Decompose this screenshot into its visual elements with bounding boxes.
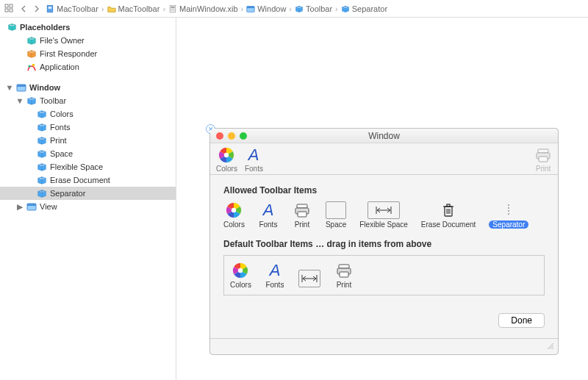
toolbar-item-print[interactable]: Print (534, 146, 552, 173)
default-item-colors[interactable]: Colors (230, 262, 251, 289)
item-label: Colors (230, 281, 251, 289)
item-label: Flexible Space (359, 221, 408, 229)
outline-item-fonts[interactable]: Fonts (0, 121, 176, 134)
chevron-right-icon: › (289, 4, 292, 13)
font-icon (245, 146, 262, 164)
outline-item-colors[interactable]: Colors (0, 107, 176, 121)
toolbar-item-label: Print (536, 165, 551, 173)
node-label: Erase Document (50, 176, 110, 184)
traffic-minimize-icon[interactable] (228, 132, 235, 140)
item-label: Colors (223, 221, 245, 229)
svg-rect-31 (10, 9, 12, 12)
node-label: Colors (50, 110, 74, 118)
related-items-icon[interactable] (4, 4, 15, 14)
svg-rect-28 (5, 4, 8, 7)
default-items-row[interactable]: Colors Fonts Print (223, 255, 545, 295)
crumb-folder[interactable]: MacToolbar (107, 4, 160, 13)
crumb-project[interactable]: MacToolbar (46, 4, 98, 13)
item-label: Space (326, 221, 346, 229)
toolbar-item-fonts[interactable]: Fonts (245, 146, 263, 173)
outline-window[interactable]: ▼Window (0, 81, 176, 94)
item-label: Erase Document (421, 221, 476, 229)
crumb-xib[interactable]: MainWindow.xib (168, 4, 237, 13)
traffic-close-icon[interactable] (216, 132, 223, 140)
space-icon (326, 201, 346, 219)
toolbar-item-label: Colors (216, 165, 237, 173)
done-button[interactable]: Done (498, 313, 545, 328)
nav-forward-button[interactable] (31, 3, 43, 15)
toolbar-item-label: Fonts (245, 165, 263, 173)
allowed-item-print[interactable]: Print (292, 201, 312, 229)
node-label: Toolbar (40, 96, 66, 105)
font-icon (266, 262, 284, 279)
window-footer (210, 338, 558, 354)
preview-window[interactable]: ✕ Window Colors Fonts (209, 128, 559, 355)
printer-icon (293, 201, 311, 219)
svg-rect-29 (10, 4, 12, 7)
resize-grip-icon[interactable] (546, 342, 555, 351)
outline-toolbar[interactable]: ▼Toolbar (0, 94, 176, 107)
allowed-item-fonts[interactable]: Fonts (258, 201, 279, 229)
colorwheel-icon (218, 146, 235, 164)
item-label: Fonts (259, 221, 277, 229)
trash-icon (440, 201, 457, 219)
item-label: Print (337, 281, 352, 289)
chevron-right-icon: › (162, 4, 165, 13)
outline-application[interactable]: Application (0, 60, 176, 74)
nav-back-button[interactable] (18, 3, 29, 15)
node-label: Window (29, 83, 60, 92)
chevron-right-icon: › (335, 4, 338, 13)
outline-view[interactable]: ▶View (0, 200, 176, 213)
allowed-item-erase-document[interactable]: Erase Document (421, 201, 476, 229)
toolbar-item-colors[interactable]: Colors (216, 146, 237, 173)
outline-item-flexible-space[interactable]: Flexible Space (0, 160, 176, 173)
font-icon (259, 201, 277, 219)
outline-first-responder[interactable]: First Responder (0, 47, 176, 60)
allowed-item-space[interactable]: Space (326, 201, 346, 229)
crumb-separator[interactable]: Separator (341, 4, 387, 13)
window-titlebar: Window (210, 129, 558, 143)
allowed-item-flexible-space[interactable]: Flexible Space (359, 201, 408, 229)
outline-item-erase-document[interactable]: Erase Document (0, 173, 176, 187)
crumb-label: MainWindow.xib (179, 4, 237, 13)
node-label: Fonts (50, 123, 71, 132)
outline-item-space[interactable]: Space (0, 147, 176, 160)
window-title: Window (368, 131, 400, 141)
document-outline: Placeholders File's Owner First Responde… (0, 18, 176, 380)
disclosure-triangle-icon[interactable]: ▶ (16, 202, 24, 212)
node-label: Print (50, 136, 67, 145)
outline-item-print[interactable]: Print (0, 134, 176, 147)
flex-space-icon (375, 201, 392, 219)
node-label: Flexible Space (50, 162, 103, 171)
allowed-item-colors[interactable]: Colors (223, 201, 245, 229)
node-label: Space (50, 149, 73, 158)
crumb-label: Toolbar (306, 4, 332, 13)
default-item-fonts[interactable]: Fonts (265, 262, 285, 289)
printer-icon (534, 146, 552, 164)
default-item-flex[interactable] (298, 270, 320, 289)
jump-bar: MacToolbar › MacToolbar › MainWindow.xib… (0, 0, 588, 18)
crumb-window[interactable]: Window (246, 4, 286, 13)
disclosure-triangle-icon[interactable]: ▼ (16, 96, 24, 105)
item-label: Print (295, 221, 310, 229)
svg-rect-30 (5, 9, 8, 12)
crumb-label: MacToolbar (118, 4, 160, 13)
editor-canvas[interactable]: ✕ Window Colors Fonts (176, 18, 588, 380)
item-label: Separator (489, 221, 528, 229)
crumb-label: Window (257, 4, 286, 13)
disclosure-triangle-icon[interactable]: ▼ (6, 83, 13, 92)
section-title: Placeholders (20, 23, 70, 32)
separator-icon (500, 201, 517, 219)
allowed-item-separator[interactable]: Separator (489, 201, 528, 229)
placeholders-header: Placeholders (0, 19, 176, 34)
colorwheel-icon (232, 262, 249, 279)
breadcrumb: MacToolbar › MacToolbar › MainWindow.xib… (46, 4, 387, 13)
chevron-right-icon: › (241, 4, 244, 13)
flex-space-icon (301, 270, 318, 287)
traffic-zoom-icon[interactable] (240, 132, 247, 140)
outline-item-separator[interactable]: Separator (0, 187, 176, 200)
outline-files-owner[interactable]: File's Owner (0, 34, 176, 47)
crumb-toolbar[interactable]: Toolbar (295, 4, 332, 13)
printer-icon (335, 262, 353, 279)
default-item-print[interactable]: Print (334, 262, 354, 289)
